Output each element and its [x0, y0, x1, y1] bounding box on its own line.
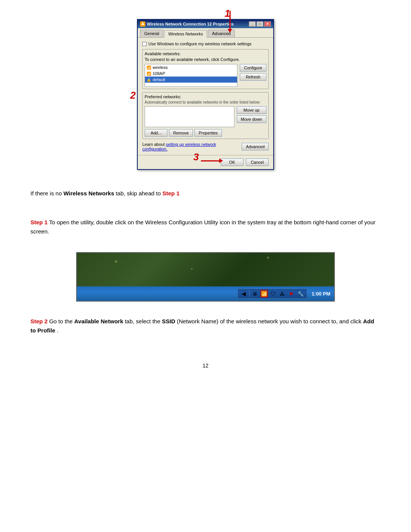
- step2-end: .: [57, 327, 58, 334]
- configure-checkbox[interactable]: [142, 42, 147, 46]
- properties-button[interactable]: Properties: [194, 129, 222, 137]
- page-number: 12: [202, 363, 209, 369]
- grass-detail: [267, 257, 269, 259]
- step2-text3: (Network Name) of the wireless network y…: [177, 318, 363, 324]
- step2-paragraph: Step 2 Go to the Available Network tab, …: [30, 317, 381, 335]
- available-networks-buttons: Configure Refresh: [240, 64, 266, 81]
- step2-text2: tab, select the: [125, 318, 162, 324]
- connect-text: To connect to an available network, clic…: [145, 57, 266, 62]
- wireless-note-prefix: If there is no: [30, 190, 64, 197]
- step2-text: Go to the: [49, 318, 74, 324]
- dialog-body: Use Windows to configure my wireless net…: [138, 38, 273, 155]
- step1-text: To open the utility, double click on the…: [30, 219, 376, 235]
- tray-icons-area: ◀ 🖥 📶 🛡 🖧 ✖ 🔧: [237, 289, 307, 299]
- step2-label: Step 2: [30, 318, 48, 324]
- step-marker-3: 3: [193, 151, 199, 163]
- wireless-networks-bold: Wireless Networks: [64, 190, 114, 197]
- windows-dialog: 🖧 Wireless Network Connection 12 Propert…: [137, 19, 274, 170]
- tray-icon-network2: 🖧: [279, 290, 286, 297]
- ok-cancel-row: OK Cancel: [138, 155, 273, 169]
- titlebar: 🖧 Wireless Network Connection 12 Propert…: [138, 20, 273, 28]
- step1-paragraph: Step 1 To open the utility, double click…: [30, 218, 381, 236]
- advanced-button[interactable]: Advanced: [242, 143, 269, 150]
- dialog-bottom: Learn about setting up wireless network …: [142, 142, 269, 151]
- checkbox-row: Use Windows to configure my wireless net…: [142, 42, 269, 46]
- wireless-note-paragraph: If there is no Wireless Networks tab, sk…: [30, 189, 381, 198]
- page-content: 1 2 3 🖧 Wireless Network Connection 12 P…: [30, 15, 381, 369]
- tab-wireless-networks[interactable]: Wireless Networks: [164, 30, 207, 38]
- network-icon-wireless: 📶: [147, 66, 151, 70]
- add-button[interactable]: Add...: [145, 129, 167, 137]
- move-buttons: Move up Move down: [237, 106, 266, 123]
- titlebar-buttons[interactable]: _ □ ✕: [249, 21, 271, 27]
- refresh-button[interactable]: Refresh: [240, 73, 266, 81]
- move-down-button[interactable]: Move down: [237, 115, 266, 123]
- preferred-networks-list[interactable]: [145, 106, 234, 127]
- tab-bar: General Wireless Networks Advanced: [138, 28, 273, 37]
- grass-detail: [115, 260, 117, 263]
- tray-icon-network-x: 🖥: [251, 290, 259, 297]
- network-item-default[interactable]: 🔒 default: [145, 77, 237, 83]
- taskbar-screenshot: ◀ 🖥 📶 🛡 🖧 ✖ 🔧 1:00 PM: [76, 252, 335, 302]
- grass-detail: [191, 268, 193, 270]
- configure-button[interactable]: Configure: [240, 64, 266, 72]
- step-marker-2: 2: [130, 89, 135, 101]
- network-name-wireless: wireless: [153, 65, 168, 70]
- tray-time: 1:00 PM: [312, 291, 330, 297]
- network-item-108ap[interactable]: 📶 108AP: [145, 70, 237, 77]
- titlebar-title: Wireless Network Connection 12 Propertie…: [147, 22, 234, 26]
- available-networks-title: Available networks:: [145, 51, 266, 56]
- titlebar-left: 🖧 Wireless Network Connection 12 Propert…: [140, 21, 234, 27]
- taskbar-bar: ◀ 🖥 📶 🛡 🖧 ✖ 🔧 1:00 PM: [77, 286, 334, 301]
- tray-icon-signal[interactable]: 📶: [260, 290, 268, 297]
- taskbar-background: [77, 253, 334, 289]
- move-up-button[interactable]: Move up: [237, 106, 266, 114]
- available-networks-section: Available networks: To connect to an ava…: [142, 49, 269, 89]
- step2-section: Step 2 Go to the Available Network tab, …: [30, 317, 381, 340]
- learn-link[interactable]: Learn about setting up wireless network …: [142, 142, 242, 151]
- network-item-wireless[interactable]: 📶 wireless: [145, 64, 237, 70]
- ok-button[interactable]: OK: [221, 158, 244, 166]
- screenshot-1-container: 1 2 3 🖧 Wireless Network Connection 12 P…: [137, 19, 274, 170]
- preferred-networks-section: Preferred networks: Automatically connec…: [142, 92, 269, 139]
- network-icon-108ap: 📶: [147, 72, 151, 76]
- instruction-1: If there is no Wireless Networks tab, sk…: [30, 189, 381, 203]
- tray-icon-back: ◀: [240, 290, 248, 297]
- maximize-button[interactable]: □: [256, 21, 263, 27]
- step1-section: Step 1 To open the utility, double click…: [30, 218, 381, 241]
- arrow-1: [229, 11, 231, 30]
- network-name-default: default: [153, 77, 165, 82]
- tray-icon-x-red: ✖: [288, 290, 295, 297]
- tray-separator: [249, 290, 250, 297]
- learn-text: Learn about: [142, 142, 165, 147]
- checkbox-label: Use Windows to configure my wireless net…: [148, 42, 252, 46]
- wireless-note-end: tab, skip ahead to: [114, 190, 162, 197]
- cancel-button[interactable]: Cancel: [246, 158, 269, 166]
- titlebar-icon: 🖧: [140, 21, 145, 27]
- arrow-3: [201, 160, 220, 161]
- minimize-button[interactable]: _: [249, 21, 256, 27]
- step2-bold2: SSID: [162, 318, 175, 324]
- network-name-108ap: 108AP: [153, 71, 165, 76]
- tray-icon-shield: 🛡: [269, 290, 277, 297]
- tab-general[interactable]: General: [140, 30, 163, 37]
- step1-label: Step 1: [30, 219, 48, 225]
- step1-inline-label: Step 1: [162, 190, 180, 197]
- preferred-networks-desc: Automatically connect to available netwo…: [145, 100, 266, 104]
- preferred-networks-row: Move up Move down: [145, 106, 266, 127]
- available-networks-row: 📶 wireless 📶 108AP 🔒 default: [145, 64, 266, 87]
- pref-add-row: Add... Remove Properties: [145, 129, 266, 137]
- available-networks-list[interactable]: 📶 wireless 📶 108AP 🔒 default: [145, 64, 237, 87]
- preferred-networks-title: Preferred networks:: [145, 94, 266, 99]
- remove-button[interactable]: Remove: [169, 129, 193, 137]
- tray-icon-wrench: 🔧: [297, 290, 304, 297]
- close-button[interactable]: ✕: [264, 21, 271, 27]
- step2-bold1: Available Network: [74, 318, 123, 324]
- network-icon-default: 🔒: [147, 78, 151, 82]
